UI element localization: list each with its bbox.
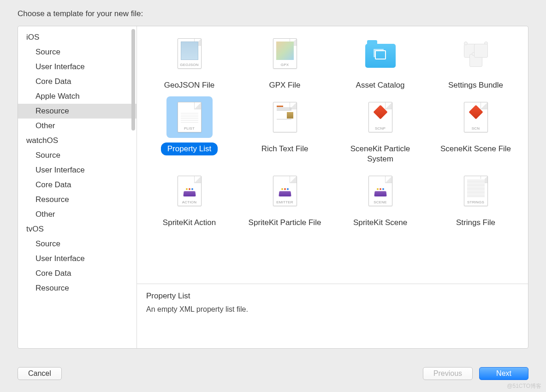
- file-type-tag: EMITTER: [273, 200, 297, 204]
- file-type-tag: STRINGS: [464, 200, 487, 204]
- file-icon: GPX: [273, 38, 297, 69]
- scrollbar-thumb[interactable]: [131, 29, 135, 131]
- previous-button: Previous: [423, 367, 473, 380]
- file-icon: GEOJSON: [178, 38, 202, 69]
- main-area: GEOJSONGeoJSON FileGPXGPX FileAsset Cata…: [137, 26, 528, 348]
- template-item[interactable]: GPXGPX File: [240, 33, 330, 92]
- sidebar-item[interactable]: Source: [18, 148, 136, 163]
- file-icon: [273, 102, 297, 132]
- sidebar-item[interactable]: User Interface: [18, 251, 136, 266]
- template-item[interactable]: ACTIONSpriteKit Action: [144, 170, 235, 229]
- bundle-icon: [462, 44, 490, 67]
- cancel-button[interactable]: Cancel: [18, 367, 62, 380]
- file-icon: EMITTER: [273, 176, 297, 206]
- template-item[interactable]: EMITTERSpriteKit Particle File: [240, 170, 330, 229]
- template-label: SpriteKit Particle File: [242, 216, 328, 229]
- button-bar: Cancel Previous Next: [18, 367, 528, 380]
- file-type-tag: PLIST: [178, 126, 201, 131]
- template-label: Property List: [161, 143, 218, 155]
- description-body: An empty XML property list file.: [146, 305, 519, 314]
- file-type-tag: GPX: [273, 63, 297, 67]
- template-item[interactable]: GEOJSONGeoJSON File: [144, 33, 235, 92]
- template-label: SceneKit Scene File: [434, 143, 517, 155]
- template-item[interactable]: PLISTProperty List: [144, 96, 235, 166]
- file-icon: SCNP: [368, 102, 392, 132]
- dialog-title: Choose a template for your new file:: [18, 9, 143, 18]
- template-label: Asset Catalog: [350, 79, 411, 92]
- template-label: Rich Text File: [255, 143, 315, 155]
- description-panel: Property List An empty XML property list…: [137, 284, 528, 348]
- template-label: GeoJSON File: [158, 79, 221, 92]
- sidebar-platform-header[interactable]: iOS: [18, 30, 136, 45]
- sidebar-item[interactable]: Source: [18, 237, 136, 251]
- file-type-tag: SCN: [464, 126, 487, 131]
- template-label: GPX File: [262, 79, 307, 92]
- template-item[interactable]: Rich Text File: [240, 96, 330, 166]
- sidebar-item[interactable]: User Interface: [18, 59, 136, 74]
- file-icon: SCENE: [368, 176, 392, 206]
- template-item[interactable]: Settings Bundle: [431, 33, 521, 92]
- sidebar-item[interactable]: Core Data: [18, 266, 136, 281]
- sidebar-platform-header[interactable]: tvOS: [18, 222, 136, 237]
- template-item[interactable]: SCNPSceneKit Particle System: [335, 96, 426, 166]
- file-type-tag: ACTION: [178, 200, 201, 204]
- template-label: Strings File: [450, 216, 502, 229]
- sidebar-platform-header[interactable]: watchOS: [18, 133, 136, 148]
- template-label: SpriteKit Scene: [347, 216, 414, 229]
- file-icon: ACTION: [178, 176, 202, 206]
- template-label: Settings Bundle: [442, 79, 510, 92]
- template-item[interactable]: Asset Catalog: [335, 33, 426, 92]
- sidebar-item[interactable]: Apple Watch: [18, 89, 136, 104]
- template-label: SpriteKit Action: [156, 216, 222, 229]
- template-panel: iOSSourceUser InterfaceCore DataApple Wa…: [18, 26, 528, 349]
- sidebar-item[interactable]: Other: [18, 207, 136, 222]
- folder-icon: [365, 44, 396, 68]
- sidebar-item[interactable]: Core Data: [18, 178, 136, 192]
- file-icon: PLIST: [178, 102, 202, 132]
- sidebar-item[interactable]: Resource: [18, 104, 136, 119]
- template-item[interactable]: STRINGSStrings File: [431, 170, 521, 229]
- next-button[interactable]: Next: [479, 367, 528, 380]
- watermark: @51CTO博客: [507, 382, 541, 390]
- file-type-tag: GEOJSON: [178, 63, 201, 67]
- file-type-tag: SCENE: [369, 200, 392, 204]
- sidebar-item[interactable]: Other: [18, 119, 136, 133]
- sidebar-item[interactable]: Source: [18, 45, 136, 59]
- template-item[interactable]: SCENESpriteKit Scene: [335, 170, 426, 229]
- description-title: Property List: [146, 291, 519, 301]
- sidebar-item[interactable]: User Interface: [18, 163, 136, 178]
- template-grid: GEOJSONGeoJSON FileGPXGPX FileAsset Cata…: [137, 26, 528, 284]
- template-item[interactable]: SCNSceneKit Scene File: [431, 96, 521, 166]
- sidebar-item[interactable]: Resource: [18, 192, 136, 207]
- sidebar: iOSSourceUser InterfaceCore DataApple Wa…: [18, 26, 137, 348]
- file-icon: SCN: [464, 102, 488, 132]
- file-type-tag: SCNP: [369, 126, 392, 131]
- sidebar-item[interactable]: Resource: [18, 281, 136, 296]
- file-icon: STRINGS: [464, 176, 488, 206]
- template-label: SceneKit Particle System: [335, 143, 426, 166]
- sidebar-item[interactable]: Core Data: [18, 74, 136, 89]
